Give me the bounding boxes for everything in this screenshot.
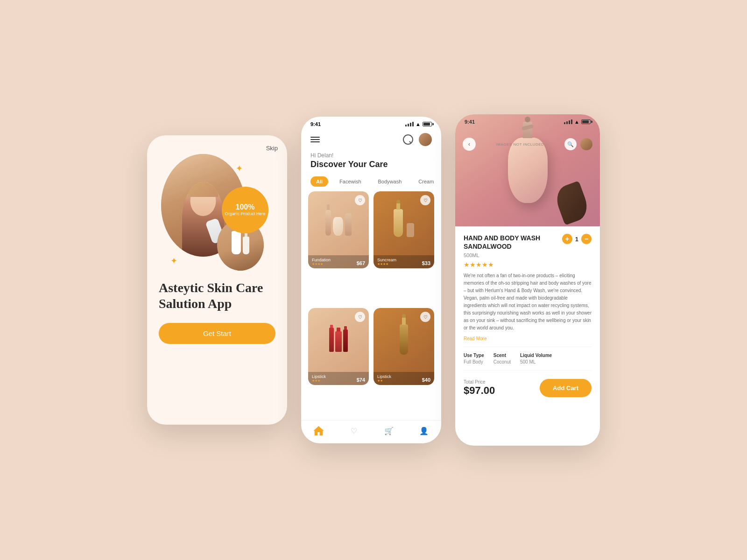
spec-use-type: Use Type Full Body (464, 353, 484, 364)
spec-liquid-volume-label: Liquid Volume (520, 353, 552, 358)
product-footer: Total Price $97.00 Add Cart (464, 375, 592, 397)
tab-cream[interactable]: Cream (413, 176, 439, 187)
hero-image-area: 100% Organic Product Here ✦ (156, 149, 278, 271)
header-icons (403, 133, 432, 146)
status-time: 9:41 (310, 121, 321, 127)
phone-product-detail: 9:41 ▲ (455, 114, 600, 446)
hamburger-menu-button[interactable] (310, 137, 320, 142)
status-icons: ▲ (405, 121, 432, 127)
product-detail-header: HAND AND BODY WASH SANDALWOOD + 1 − (464, 234, 592, 251)
discover-title: Discover Your Care (301, 160, 441, 174)
spec-use-type-label: Use Type (464, 353, 484, 358)
quantity-decrease-button[interactable]: − (581, 234, 592, 244)
total-price-label: Total Price (464, 379, 495, 385)
phone-product-list: 9:41 ▲ (301, 117, 441, 443)
hero-title: IMAGES NOT INCLUDED (496, 142, 544, 147)
product-volume: 500ML (464, 252, 592, 258)
home-icon (314, 426, 324, 435)
hero-navigation: ‹ IMAGES NOT INCLUDED 🔍 (455, 138, 600, 151)
add-cart-button[interactable]: Add Cart (540, 379, 592, 397)
hero-search-button[interactable]: 🔍 (564, 138, 577, 150)
spec-liquid-volume-value: 500 ML (520, 359, 552, 364)
nav-cart-button[interactable]: 🛒 (383, 425, 395, 436)
cart-nav-icon: 🛒 (384, 427, 394, 435)
nav-home-button[interactable] (313, 425, 324, 436)
person-nav-icon: 👤 (419, 427, 429, 435)
read-more-button[interactable]: Read More (464, 336, 486, 341)
product-specs: Use Type Full Body Scent Coconut Liquid … (464, 347, 592, 371)
tab-bodywash[interactable]: Bodywash (373, 176, 408, 187)
bottom-navigation: ♡ 🛒 👤 (301, 420, 441, 443)
phone-splash: Skip (147, 135, 287, 425)
wishlist-button-1[interactable]: ♡ (355, 195, 365, 205)
total-price-section: Total Price $97.00 (464, 379, 495, 397)
detail-status-time: 9:41 (465, 119, 475, 125)
quantity-display: 1 (575, 236, 578, 243)
nav-wishlist-button[interactable]: ♡ (348, 425, 359, 436)
get-start-button[interactable]: Get Start (159, 323, 275, 344)
product-rating-stars: ★★★★★ (464, 261, 592, 268)
hero-decoration-leaf (552, 181, 592, 225)
spec-scent-label: Scent (493, 353, 511, 358)
splash-text-area: Asteytic Skin Care Salution App Get Star… (156, 280, 278, 344)
nav-profile-button[interactable]: 👤 (418, 425, 430, 436)
detail-status-icons: ▲ (564, 119, 591, 125)
signal-bars-icon (405, 122, 414, 126)
hero-action-buttons: 🔍 (564, 138, 592, 150)
total-price-amount: $97.00 (464, 385, 495, 397)
detail-battery-icon (581, 119, 591, 124)
product-card-lipstick1[interactable]: ♡ (308, 308, 369, 385)
organic-badge: 100% Organic Product Here (222, 187, 268, 233)
greeting-text: Hi Delan! (301, 150, 441, 160)
wishlist-button-3[interactable]: ♡ (355, 312, 365, 322)
search-button[interactable] (403, 134, 413, 145)
battery-icon (423, 122, 432, 126)
spec-liquid-volume: Liquid Volume 500 ML (520, 353, 552, 364)
spec-use-type-value: Full Body (464, 359, 484, 364)
tab-all[interactable]: All (310, 176, 328, 187)
product-detail-body: HAND AND BODY WASH SANDALWOOD + 1 − 500M… (455, 226, 600, 446)
status-bar: 9:41 ▲ (301, 117, 441, 129)
product-card-foundation[interactable]: ♡ Fundation ★★★★ (308, 191, 369, 268)
category-tabs: All Facewish Bodywash Cream Lipstick (301, 174, 441, 191)
product-card-suncream[interactable]: ♡ Suncream ★★★★ (374, 191, 434, 268)
app-title: Asteytic Skin Care Salution App (159, 280, 275, 311)
detail-wifi-icon: ▲ (574, 119, 579, 125)
spec-scent: Scent Coconut (493, 353, 511, 364)
product-grid: ♡ Fundation ★★★★ (301, 191, 441, 420)
wishlist-button-4[interactable]: ♡ (420, 312, 430, 322)
quantity-increase-button[interactable]: + (562, 234, 572, 244)
star-decoration-1: ✦ (236, 163, 243, 174)
star-decoration-2: ✦ (170, 256, 177, 266)
list-header (301, 129, 441, 150)
user-avatar[interactable] (419, 133, 432, 146)
detail-signal-icon (564, 119, 572, 124)
quantity-control: + 1 − (562, 234, 592, 244)
product-detail-name: HAND AND BODY WASH SANDALWOOD (464, 234, 562, 251)
wishlist-button-2[interactable]: ♡ (420, 195, 430, 205)
product-description: We're not often a fan of two-in-one prod… (464, 272, 592, 332)
product-hero-image: ‹ IMAGES NOT INCLUDED 🔍 (455, 114, 600, 226)
heart-nav-icon: ♡ (351, 427, 357, 435)
hero-user-avatar[interactable] (580, 138, 592, 150)
spec-scent-value: Coconut (493, 359, 511, 364)
product-card-lipstick2[interactable]: ♡ Lipstick ★★ $40 (374, 308, 434, 385)
screens-container: Skip (147, 114, 600, 446)
wifi-icon: ▲ (416, 121, 421, 127)
tab-facewish[interactable]: Facewish (334, 176, 366, 187)
back-button[interactable]: ‹ (463, 138, 476, 151)
